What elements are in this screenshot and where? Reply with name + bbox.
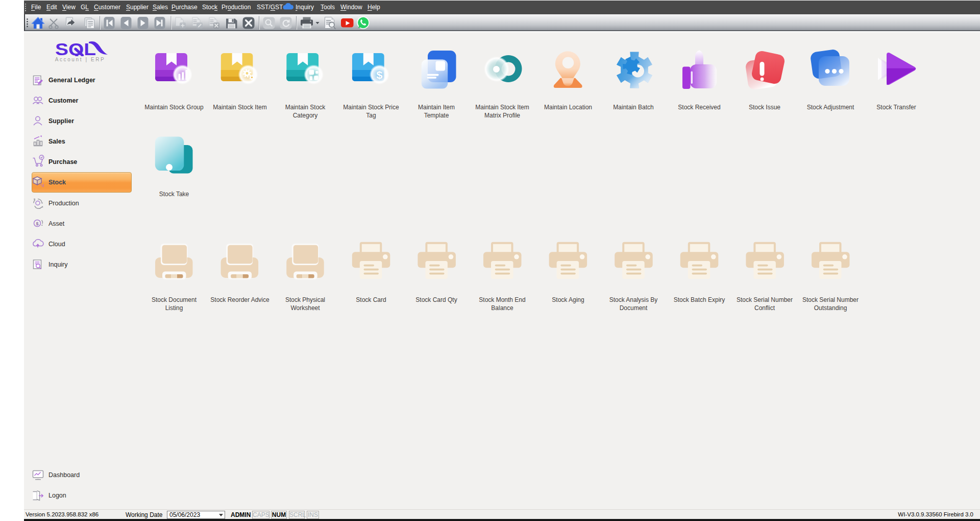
svg-text:$: $ bbox=[376, 69, 382, 81]
svg-text:Account | ERP: Account | ERP bbox=[55, 57, 106, 62]
svg-text:$: $ bbox=[36, 221, 38, 226]
